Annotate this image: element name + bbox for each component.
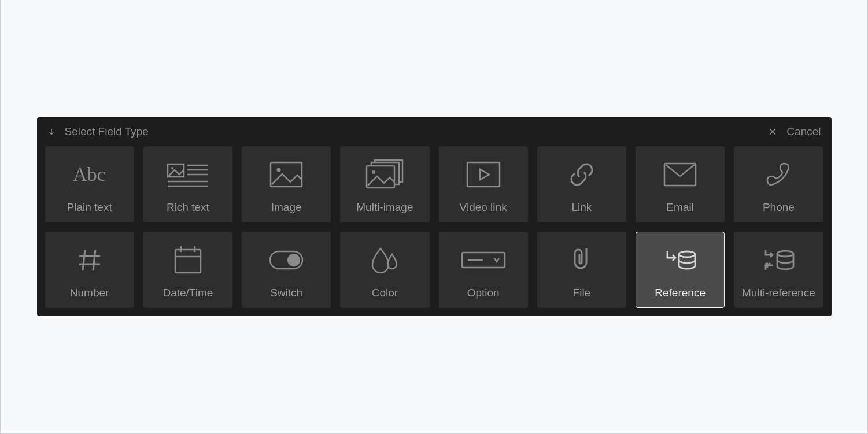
field-type-email[interactable]: Email [636,146,725,222]
abc-icon: Abc [73,158,106,191]
hash-icon [77,244,102,276]
svg-rect-21 [175,250,201,273]
svg-rect-14 [467,162,500,187]
calendar-icon [173,244,203,276]
color-icon [370,244,399,276]
svg-rect-12 [367,166,394,188]
switch-icon [269,244,304,276]
svg-point-29 [679,251,695,257]
field-type-label: Plain text [67,201,112,214]
svg-line-18 [93,250,95,270]
multi-reference-icon [762,244,795,276]
richtext-icon [167,158,209,191]
svg-point-13 [372,170,375,174]
link-icon [568,158,596,191]
field-type-label: Link [571,201,592,214]
field-type-panel: Select Field Type Cancel AbcPlain text R… [37,117,832,316]
reference-icon [664,244,696,276]
option-icon [461,244,506,276]
multi-image-icon [365,158,404,191]
field-type-image[interactable]: Image [242,146,331,222]
field-type-video-link[interactable]: Video link [439,146,528,222]
email-icon [663,158,697,191]
field-type-multi-image[interactable]: Multi-image [340,146,429,222]
field-type-label: Image [271,201,302,214]
field-type-label: Rich text [167,201,209,214]
field-type-label: Email [666,201,694,214]
field-type-grid: AbcPlain text Rich text Image Multi-imag… [45,146,823,308]
field-type-label: Option [467,287,500,299]
field-type-switch[interactable]: Switch [242,232,331,308]
video-icon [466,158,501,191]
field-type-label: Number [70,287,109,299]
svg-point-4 [171,167,173,169]
field-type-number[interactable]: Number [45,232,134,308]
field-type-color[interactable]: Color [340,232,429,308]
panel-title: Select Field Type [65,125,149,138]
svg-line-17 [83,250,85,270]
image-icon [269,158,303,191]
field-type-label: Color [372,287,398,299]
field-type-label: File [573,287,591,299]
field-type-label: Switch [270,287,302,299]
cancel-label: Cancel [786,125,821,138]
panel-title-group: Select Field Type [47,125,149,138]
file-icon [570,244,593,276]
field-type-label: Multi-reference [742,287,815,299]
arrow-down-icon [47,128,56,136]
cancel-button[interactable]: Cancel [768,125,821,138]
field-type-reference[interactable]: Reference [636,232,725,308]
field-type-label: Reference [655,287,706,299]
svg-point-30 [777,251,793,257]
field-type-option[interactable]: Option [439,232,528,308]
field-type-label: Date/Time [162,287,213,299]
field-type-file[interactable]: File [537,232,626,308]
field-type-label: Multi-image [356,201,413,214]
field-type-date-time[interactable]: Date/Time [143,232,232,308]
svg-marker-15 [480,169,489,180]
field-type-phone[interactable]: Phone [734,146,823,222]
field-type-rich-text[interactable]: Rich text [143,146,232,222]
panel-header: Select Field Type Cancel [45,125,823,146]
field-type-plain-text[interactable]: AbcPlain text [45,146,134,222]
field-type-label: Video link [460,201,507,214]
svg-point-26 [287,254,300,266]
field-type-link[interactable]: Link [537,146,626,222]
phone-icon [765,158,792,191]
svg-point-11 [277,168,281,172]
close-icon [768,127,777,136]
field-type-multi-reference[interactable]: Multi-reference [734,232,823,308]
field-type-label: Phone [763,201,795,214]
